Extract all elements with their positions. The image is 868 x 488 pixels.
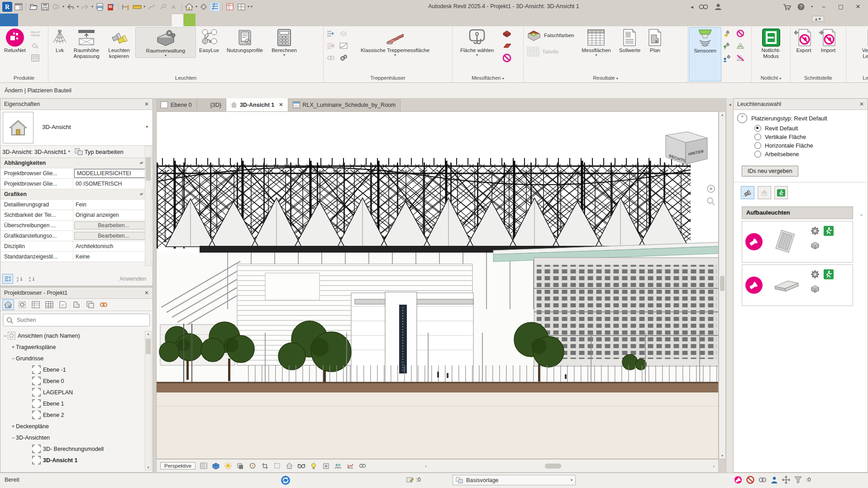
tree-expander-icon[interactable] <box>10 344 16 350</box>
placement-collapse-icon[interactable]: ^ <box>737 113 747 123</box>
view-tab[interactable]: RLX_Luminaire_Schedule_by_Room <box>288 98 401 111</box>
scale-icon[interactable] <box>200 462 208 470</box>
ribbon-collapse-icon[interactable]: ▴ ▾ <box>812 16 824 22</box>
ribbon-tab[interactable] <box>148 14 159 26</box>
reluxnet-button[interactable]: ReluxNet <box>1 27 29 53</box>
export-button[interactable]: Export <box>792 27 816 53</box>
sort-za-icon[interactable]: ZA <box>27 274 38 284</box>
browser-views-icon[interactable] <box>17 300 28 310</box>
messflaechen-button[interactable]: Messflächen ▾ <box>577 27 615 57</box>
flaeche-waehlen-button[interactable]: Fläche wählen ▾ <box>453 27 501 57</box>
messflaeche-plane-icon[interactable] <box>502 41 512 50</box>
scroll-left-icon[interactable]: ‹ <box>425 463 427 469</box>
undo-caret-icon[interactable]: ▾ <box>77 5 79 9</box>
type-selector[interactable]: 3D-Ansicht: 3D-Ansicht1 <box>2 148 67 155</box>
steering-wheel-icon[interactable] <box>706 184 715 193</box>
ribbon-tab[interactable] <box>100 14 112 26</box>
tree-item[interactable]: LAGEPLAN <box>0 387 153 398</box>
browser-links-icon[interactable] <box>98 300 109 310</box>
horizontal-scrollbar[interactable] <box>545 464 561 469</box>
luminaire-exit-icon[interactable] <box>823 268 835 280</box>
search-help-icon[interactable] <box>699 2 709 12</box>
placement-radio[interactable]: Revit Default <box>754 124 868 133</box>
raumhoehe-anpassung-button[interactable]: Raumhöhe Anpassung <box>70 27 103 59</box>
properties-close-icon[interactable]: ✕ <box>144 99 149 110</box>
ribbon-tab[interactable] <box>65 14 77 26</box>
property-row[interactable]: Sichtbarkeit der Tei... Original anzeige… <box>0 210 153 220</box>
sync-caret-icon[interactable]: ▾ <box>62 5 64 9</box>
sort-az-icon[interactable]: AZ <box>14 274 25 284</box>
export-icon[interactable] <box>106 2 116 12</box>
tree-expander-icon[interactable] <box>2 333 8 339</box>
sensor-add-icon[interactable] <box>723 29 733 38</box>
default-3d-view-icon[interactable] <box>184 2 194 12</box>
luminaire-settings-icon[interactable] <box>809 268 821 280</box>
ruler-icon[interactable] <box>132 2 142 12</box>
browser-search-box[interactable] <box>3 314 150 326</box>
luminaire-settings-icon[interactable] <box>809 225 821 237</box>
status-move-icon[interactable] <box>782 476 790 484</box>
plan-button[interactable]: Plan <box>644 27 665 53</box>
raumverwaltung-button[interactable]: Raumverwaltung ▾ <box>135 27 196 58</box>
ribbon-group-treppen[interactable]: Treppenhäuser <box>324 74 452 82</box>
apply-button[interactable]: Anwenden <box>115 275 151 283</box>
app-store-icon[interactable] <box>782 2 792 12</box>
sun-path-icon[interactable] <box>224 462 232 470</box>
luminaire-item[interactable] <box>742 221 853 263</box>
visual-style-icon[interactable] <box>212 462 220 470</box>
preview-caret-icon[interactable]: ▾ <box>146 124 148 129</box>
leuchten-kopieren-button[interactable]: Leuchten kopieren <box>103 27 135 59</box>
luminaire-box-icon[interactable] <box>809 283 821 295</box>
browser-sheets-icon[interactable] <box>57 300 68 310</box>
perspective-label[interactable]: Perspektive <box>160 462 196 469</box>
measure-pin-icon[interactable] <box>121 2 131 12</box>
edit-type-button[interactable]: Typ bearbeiten <box>85 148 124 155</box>
ribbon-group-resultate[interactable]: Resultate▾ <box>524 74 687 82</box>
spline-icon[interactable] <box>147 2 157 12</box>
ribbon-tab[interactable] <box>159 14 171 26</box>
redo-icon[interactable] <box>80 2 90 12</box>
import-button[interactable]: Import <box>816 27 840 53</box>
tabelle-button[interactable]: Tabelle <box>526 43 574 60</box>
link-stairs-icon[interactable] <box>326 53 336 62</box>
tree-item[interactable]: Deckenpläne <box>0 421 153 432</box>
view-tab[interactable]: {3D} <box>197 98 226 111</box>
project-browser-close-icon[interactable]: ✕ <box>144 287 149 298</box>
browser-scrollbar[interactable]: ▲▼ <box>145 331 152 470</box>
tile-views-icon[interactable] <box>236 2 246 12</box>
gears-icon[interactable] <box>339 53 348 62</box>
reveal-hidden-icon[interactable] <box>310 462 318 470</box>
ribbon-group-notlicht[interactable]: Notlicht▾ <box>752 74 790 82</box>
exit-sign-mode-button[interactable] <box>774 186 788 199</box>
redo-caret-icon[interactable]: ▾ <box>91 5 93 9</box>
reveal-constraints-icon[interactable] <box>358 462 367 470</box>
property-row[interactable]: Abhängigkeiten <box>0 158 153 168</box>
tree-expander-icon[interactable] <box>10 435 16 441</box>
nutzungsprofile-button[interactable]: Nutzungsprofile <box>222 27 267 53</box>
properties-scrollbar[interactable] <box>145 146 152 266</box>
type-preview-image[interactable] <box>3 112 33 144</box>
drawing-area[interactable]: RECHTS HINTEN <box>156 111 719 459</box>
property-row[interactable]: Grafiken <box>0 189 153 200</box>
maximize-button[interactable]: ▢ <box>835 1 847 12</box>
sensor-up-icon[interactable] <box>723 41 733 50</box>
view-tab[interactable]: Ebene 0 <box>156 98 197 111</box>
ribbon-tab[interactable] <box>171 14 184 26</box>
status-link-icon[interactable] <box>758 476 767 483</box>
ui-window-icon[interactable] <box>14 2 24 12</box>
ribbon-group-leuchten[interactable]: Leuchten <box>48 74 323 82</box>
relux-tools-icon[interactable] <box>30 41 40 50</box>
sensor-delete-icon[interactable] <box>735 29 745 38</box>
ribbon-tab[interactable] <box>30 14 42 26</box>
design-option-select[interactable]: Basisvorlage ▾ <box>453 475 576 485</box>
messflaeche-delete-icon[interactable] <box>502 53 512 62</box>
tree-item[interactable]: 3D-Ansichten <box>0 432 153 443</box>
scroll-right-icon[interactable]: › <box>713 463 715 469</box>
list-add-icon[interactable] <box>326 29 336 38</box>
ribbon-tab[interactable] <box>53 14 65 26</box>
property-row[interactable]: Projektbrowser Glie... MODELLIERSICHTEI <box>0 168 153 179</box>
ribbon-tab[interactable] <box>124 14 136 26</box>
rendering-icon[interactable] <box>248 462 257 470</box>
berechnen-button[interactable]: Berechnen ▾ <box>267 27 301 57</box>
open-icon[interactable] <box>29 2 38 12</box>
